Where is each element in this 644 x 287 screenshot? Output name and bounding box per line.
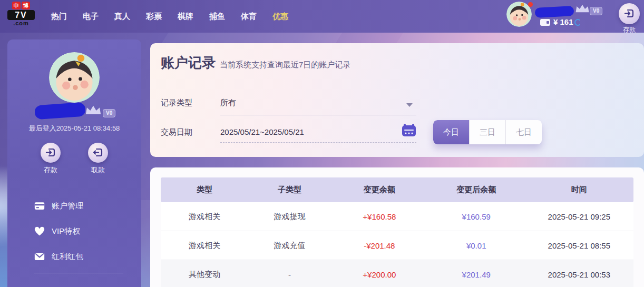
brand-badge-left: 申 — [12, 2, 21, 9]
brand-name: 7V — [7, 10, 35, 20]
quick-deposit-button[interactable]: 存款 — [619, 3, 640, 34]
withdraw-label: 取款 — [81, 165, 115, 175]
deposit-label: 存款 — [34, 165, 67, 175]
withdraw-button[interactable]: 取款 — [81, 143, 115, 175]
brand-badge-right: 博 — [22, 2, 30, 9]
table-header-row: 类型 子类型 变更余额 变更后余额 时间 — [161, 177, 633, 202]
sidebar-item-label: 账户管理 — [52, 201, 83, 211]
record-type-label: 记录类型 — [161, 98, 192, 108]
top-navigation-bar: 申 博 7V .com 热门 电子 真人 彩票 棋牌 捕鱼 体育 优惠 — [0, 0, 644, 33]
cell-type: 其他变动 — [161, 270, 248, 280]
calendar-icon[interactable] — [402, 123, 416, 137]
cell-subtype: 游戏提现 — [248, 212, 331, 222]
sidebar-item-vip-privileges[interactable]: VIP特权 — [7, 219, 141, 244]
vip-crown-icon — [84, 105, 102, 116]
table-row: 游戏相关 游戏充值 -¥201.48 ¥0.01 2025-05-21 08:5… — [161, 231, 633, 260]
col-header-after: 变更后余额 — [428, 185, 525, 195]
records-filter-card: 账户记录 当前系统支持查询最近7日的账户记录 记录类型 所有 交易日期 2025… — [150, 43, 644, 157]
username-redacted — [34, 102, 86, 120]
vip-level-badge: V0 — [590, 7, 602, 15]
nav-item-hot[interactable]: 热门 — [43, 12, 75, 22]
refresh-balance-icon[interactable] — [574, 19, 581, 26]
page-title: 账户记录 — [161, 54, 216, 72]
records-table: 类型 子类型 变更余额 变更后余额 时间 游戏相关 游戏提现 +¥160.58 … — [161, 177, 633, 287]
cell-type: 游戏相关 — [161, 212, 248, 222]
col-header-type: 类型 — [161, 185, 248, 195]
user-sidebar: V0 最后登入2025-05-21 08:34:58 存款 — [7, 39, 141, 287]
wallet-icon — [540, 19, 550, 26]
range-button-today[interactable]: 今日 — [433, 120, 469, 144]
cell-after-balance: ¥201.49 — [428, 270, 525, 279]
vip-level-badge: V0 — [103, 109, 115, 117]
main-nav: 热门 电子 真人 彩票 棋牌 捕鱼 体育 优惠 — [43, 12, 296, 22]
vip-crown-icon — [574, 4, 590, 14]
records-title-row: 账户记录 当前系统支持查询最近7日的账户记录 — [161, 54, 350, 72]
range-button-3days[interactable]: 三日 — [469, 120, 505, 144]
balance-amount: ¥ 161 — [553, 17, 573, 26]
sidebar-menu: 账户管理 VIP特权 红利红包 — [7, 193, 141, 269]
nav-item-fishing[interactable]: 捕鱼 — [201, 12, 233, 22]
chevron-down-icon[interactable] — [406, 103, 413, 107]
cell-after-balance: ¥160.59 — [428, 212, 525, 221]
quick-deposit-label: 存款 — [619, 25, 640, 34]
cell-change-amount: +¥200.00 — [331, 270, 428, 279]
cell-subtype: 游戏充值 — [248, 241, 331, 251]
table-row: 游戏相关 游戏提现 +¥160.58 ¥160.59 2025-05-21 09… — [161, 202, 633, 231]
table-row: 其他变动 - +¥200.00 ¥201.49 2025-05-21 00:53 — [161, 260, 633, 287]
date-range-button-group: 今日 三日 七日 — [433, 120, 542, 144]
cell-time: 2025-05-21 08:55 — [525, 241, 633, 250]
trade-date-underline — [220, 142, 416, 143]
record-type-select[interactable]: 所有 — [220, 98, 236, 108]
heart-badge-icon — [34, 225, 45, 237]
account-records-page: 申 博 7V .com 热门 电子 真人 彩票 棋牌 捕鱼 体育 优惠 — [0, 0, 644, 287]
deposit-icon — [619, 3, 640, 24]
col-header-change: 变更余额 — [331, 185, 428, 195]
deposit-button[interactable]: 存款 — [34, 143, 67, 175]
nav-item-chess[interactable]: 棋牌 — [170, 12, 201, 22]
brand-logo[interactable]: 申 博 7V .com — [7, 2, 35, 26]
nav-item-promotions[interactable]: 优惠 — [265, 12, 296, 22]
sidebar-item-bonus-redpacket[interactable]: 红利红包 — [7, 244, 141, 269]
sidebar-actions: 存款 取款 — [7, 143, 141, 175]
bank-card-icon — [34, 200, 45, 212]
avatar-illustration — [49, 52, 100, 103]
records-table-card: 类型 子类型 变更余额 变更后余额 时间 游戏相关 游戏提现 +¥160.58 … — [150, 167, 644, 287]
nav-item-lottery[interactable]: 彩票 — [138, 12, 170, 22]
sidebar-item-label: VIP特权 — [52, 226, 80, 236]
username-redacted — [535, 6, 574, 18]
deposit-icon — [41, 143, 61, 163]
notification-dot — [528, 2, 533, 7]
cell-change-amount: -¥201.48 — [331, 241, 428, 250]
record-type-underline — [220, 115, 416, 115]
cell-type: 游戏相关 — [161, 241, 248, 251]
last-login-text: 最后登入2025-05-21 08:34:58 — [7, 124, 141, 133]
nav-item-sports[interactable]: 体育 — [233, 12, 265, 22]
nav-item-slots[interactable]: 电子 — [75, 12, 106, 22]
brand-badges: 申 博 — [7, 2, 35, 9]
range-button-7days[interactable]: 七日 — [505, 120, 542, 144]
user-avatar-large[interactable] — [49, 52, 100, 103]
cell-subtype: - — [248, 270, 331, 279]
cell-time: 2025-05-21 09:25 — [525, 212, 633, 221]
cell-change-amount: +¥160.58 — [331, 212, 428, 221]
col-header-time: 时间 — [525, 185, 633, 195]
brand-tld: .com — [7, 20, 35, 26]
trade-date-label: 交易日期 — [161, 127, 192, 137]
page-subtitle: 当前系统支持查询最近7日的账户记录 — [220, 60, 350, 70]
envelope-icon — [34, 251, 45, 262]
withdraw-icon — [88, 143, 108, 163]
cell-time: 2025-05-21 00:53 — [525, 270, 633, 279]
col-header-subtype: 子类型 — [248, 185, 331, 195]
cell-after-balance: ¥0.01 — [428, 241, 525, 250]
sidebar-item-label: 红利红包 — [52, 252, 83, 262]
sidebar-divider — [34, 273, 123, 273]
nav-item-live[interactable]: 真人 — [106, 12, 138, 22]
sidebar-item-account-management[interactable]: 账户管理 — [7, 193, 141, 219]
date-range-input[interactable]: 2025/05/21~2025/05/21 — [220, 127, 304, 136]
